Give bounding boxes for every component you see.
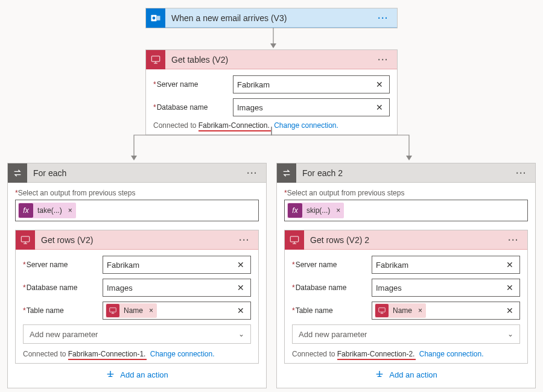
server-name-label: *Server name (153, 80, 233, 89)
get-rows-header-2[interactable]: Get rows (V2) 2 ··· (285, 230, 527, 250)
get-rows-card-1[interactable]: Get rows (V2) ··· *Server name Fabrikam … (15, 230, 259, 364)
output-input-1[interactable]: fx take(...) × (15, 200, 259, 221)
foreach-title-1: For each (27, 168, 243, 178)
more-menu[interactable]: ··· (243, 168, 261, 178)
svg-rect-1 (157, 16, 160, 21)
get-rows-title-2: Get rows (V2) 2 (304, 235, 504, 245)
sql-icon (16, 230, 35, 250)
svg-marker-8 (131, 156, 137, 160)
svg-point-2 (153, 16, 156, 19)
database-name-input[interactable]: Images ✕ (372, 279, 520, 297)
loop-icon (8, 163, 27, 183)
trigger-card[interactable]: When a new email arrives (V3) ··· (145, 8, 398, 28)
more-menu[interactable]: ··· (504, 235, 522, 245)
add-action-icon (375, 370, 384, 379)
get-tables-title: Get tables (V2) (165, 55, 374, 65)
add-action-button[interactable]: Add an action (284, 364, 528, 383)
branch-arrows (121, 127, 422, 163)
token-remove-icon[interactable]: × (145, 306, 157, 315)
loop-icon (277, 163, 296, 183)
get-rows-card-2[interactable]: Get rows (V2) 2 ··· *Server name Fabrika… (284, 230, 528, 364)
server-name-input[interactable]: Fabrikam ✕ (103, 256, 251, 274)
output-label-2: *Select an output from previous steps (284, 189, 528, 197)
add-parameter-dropdown[interactable]: Add new parameter ⌄ (292, 324, 520, 344)
outlook-icon (146, 8, 165, 28)
server-name-label: *Server name (23, 261, 103, 269)
change-connection-link[interactable]: Change connection. (419, 350, 484, 358)
token-remove-icon[interactable]: × (332, 206, 344, 215)
get-tables-header[interactable]: Get tables (V2) ··· (146, 50, 397, 69)
clear-icon[interactable]: ✕ (504, 306, 516, 315)
server-name-label: *Server name (292, 261, 372, 269)
database-name-input[interactable]: Images ✕ (103, 279, 251, 297)
foreach-card-2[interactable]: For each 2 ··· *Select an output from pr… (276, 163, 536, 388)
table-name-input[interactable]: Name × ✕ (103, 302, 251, 320)
database-name-label: *Database name (23, 283, 103, 292)
fx-icon: fx (288, 203, 302, 218)
dynamic-content-token[interactable]: Name × (375, 303, 426, 318)
svg-rect-10 (21, 236, 30, 242)
output-label-1: *Select an output from previous steps (15, 189, 259, 197)
sql-icon (106, 304, 119, 317)
database-name-label: *Database name (153, 103, 233, 112)
dynamic-content-token[interactable]: Name × (106, 303, 157, 318)
svg-rect-13 (110, 308, 116, 312)
chevron-down-icon: ⌄ (238, 330, 244, 338)
more-menu[interactable]: ··· (235, 235, 253, 245)
more-menu[interactable]: ··· (512, 168, 530, 178)
clear-icon[interactable]: ✕ (373, 80, 386, 89)
add-parameter-dropdown[interactable]: Add new parameter ⌄ (23, 324, 251, 344)
sql-icon (375, 304, 389, 317)
clear-icon[interactable]: ✕ (235, 306, 247, 315)
foreach-title-2: For each 2 (296, 168, 512, 178)
database-name-input[interactable]: Images ✕ (233, 98, 390, 116)
clear-icon[interactable]: ✕ (373, 103, 386, 112)
clear-icon[interactable]: ✕ (235, 283, 247, 292)
foreach-header-1[interactable]: For each ··· (8, 163, 266, 183)
expression-token[interactable]: fx take(...) × (18, 203, 76, 218)
more-menu[interactable]: ··· (374, 13, 392, 23)
svg-rect-19 (379, 308, 386, 312)
output-input-2[interactable]: fx skip(...) × (284, 200, 528, 221)
token-remove-icon[interactable]: × (414, 306, 426, 315)
sql-icon (146, 50, 165, 69)
foreach-header-2[interactable]: For each 2 ··· (277, 163, 535, 183)
clear-icon[interactable]: ✕ (504, 260, 516, 270)
add-action-icon (106, 370, 115, 379)
add-action-button[interactable]: Add an action (15, 364, 259, 383)
connection-info: Connected to Fabrikam-Connection-2. Chan… (292, 350, 520, 358)
trigger-header[interactable]: When a new email arrives (V3) ··· (146, 8, 397, 28)
table-name-label: *Table name (292, 306, 372, 315)
clear-icon[interactable]: ✕ (504, 283, 516, 292)
database-name-label: *Database name (292, 283, 372, 292)
svg-marker-9 (406, 156, 412, 160)
table-name-label: *Table name (23, 306, 103, 315)
expression-token[interactable]: fx skip(...) × (287, 203, 344, 218)
table-name-input[interactable]: Name × ✕ (372, 302, 520, 320)
get-rows-header-1[interactable]: Get rows (V2) ··· (16, 230, 258, 250)
svg-rect-16 (290, 236, 299, 242)
trigger-title: When a new email arrives (V3) (165, 13, 374, 23)
svg-rect-5 (151, 56, 160, 62)
more-menu[interactable]: ··· (374, 55, 392, 65)
svg-marker-4 (270, 43, 276, 48)
get-tables-card[interactable]: Get tables (V2) ··· *Server name Fabrika… (145, 49, 398, 135)
fx-icon: fx (19, 203, 33, 218)
server-name-input[interactable]: Fabrikam ✕ (233, 75, 390, 93)
change-connection-link[interactable]: Change connection. (150, 350, 215, 358)
connection-info: Connected to Fabrikam-Connection-1. Chan… (23, 350, 251, 358)
chevron-down-icon: ⌄ (507, 330, 513, 338)
get-rows-title-1: Get rows (V2) (35, 235, 235, 245)
foreach-card-1[interactable]: For each ··· *Select an output from prev… (7, 163, 267, 388)
arrow-connector (270, 28, 277, 49)
sql-icon (285, 230, 304, 250)
server-name-input[interactable]: Fabrikam ✕ (372, 256, 520, 274)
clear-icon[interactable]: ✕ (235, 260, 247, 270)
token-remove-icon[interactable]: × (65, 206, 76, 215)
